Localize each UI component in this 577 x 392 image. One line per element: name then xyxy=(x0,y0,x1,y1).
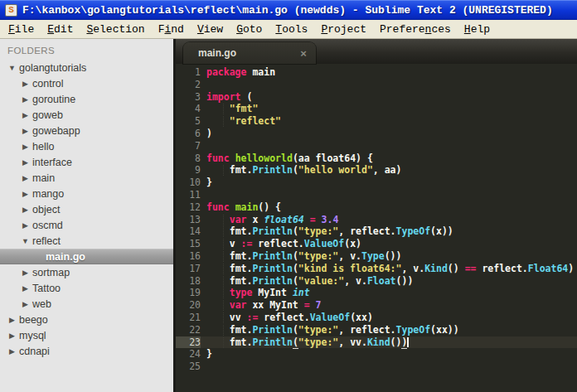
line-number: 18 xyxy=(176,275,201,288)
code-line[interactable]: 9 fmt.Println("hello world", aa) xyxy=(176,164,577,177)
code-line[interactable]: 1package main xyxy=(176,66,577,79)
line-number: 5 xyxy=(176,115,201,128)
code-line[interactable]: 13 var x float64 = 3.4 xyxy=(176,214,577,226)
menu-project[interactable]: Project xyxy=(314,22,373,37)
expanded-arrow-icon[interactable]: ▼ xyxy=(18,237,32,245)
code-line[interactable]: 16 fmt.Println("type:", v.Type()) xyxy=(176,250,577,263)
sidebar-item-golangtutorials[interactable]: ▼golangtutorials xyxy=(0,60,173,75)
code-token: MyInt xyxy=(252,287,292,298)
code-line[interactable]: 21 vv := reflect.ValueOf(xx) xyxy=(176,312,577,324)
collapsed-arrow-icon[interactable]: ▶ xyxy=(18,80,32,88)
code-token: vv xyxy=(230,312,247,323)
menu-tools[interactable]: Tools xyxy=(269,22,314,37)
sidebar-item-object[interactable]: ▶object xyxy=(0,201,173,217)
sidebar-item-web[interactable]: ▶web xyxy=(0,296,173,312)
sidebar-item-mysql[interactable]: ▶mysql xyxy=(0,327,173,343)
menu-find[interactable]: Find xyxy=(152,22,191,37)
sidebar-item-goweb[interactable]: ▶goweb xyxy=(0,107,173,123)
code-line[interactable]: 11 xyxy=(176,189,577,201)
collapsed-arrow-icon[interactable]: ▶ xyxy=(18,300,32,308)
code-line[interactable]: 24} xyxy=(176,348,577,361)
expanded-arrow-icon[interactable]: ▼ xyxy=(5,64,19,72)
sidebar-item-goroutine[interactable]: ▶goroutine xyxy=(0,91,173,107)
collapsed-arrow-icon[interactable]: ▶ xyxy=(18,190,32,198)
code-line[interactable]: 15 v := reflect.ValueOf(x) xyxy=(176,238,577,250)
code-area[interactable]: 1package main23import (4 "fmt"5 "reflect… xyxy=(176,64,577,392)
tab-close-icon[interactable]: × xyxy=(298,48,309,59)
collapsed-arrow-icon[interactable]: ▶ xyxy=(18,143,32,151)
sidebar-item-oscmd[interactable]: ▶oscmd xyxy=(0,217,173,233)
code-token: reflect. xyxy=(476,263,527,274)
code-line[interactable]: 3import ( xyxy=(176,91,577,104)
code-token xyxy=(304,214,310,225)
sublime-text-window: S F:\kanbox\golangtutorials\reflect\main… xyxy=(0,0,577,392)
sidebar-item-tattoo[interactable]: ▶Tattoo xyxy=(0,280,173,296)
tab-main-go[interactable]: main.go × xyxy=(183,42,316,64)
collapsed-arrow-icon[interactable]: ▶ xyxy=(18,127,32,135)
code-line[interactable]: 7 xyxy=(176,140,577,152)
sidebar-item-cdnapi[interactable]: ▶cdnapi xyxy=(0,343,173,359)
code-token: (xx) xyxy=(350,312,373,323)
code-line[interactable]: 5 "reflect" xyxy=(176,115,577,128)
sidebar-item-sortmap[interactable]: ▶sortmap xyxy=(0,264,173,280)
sidebar-item-gowebapp[interactable]: ▶gowebapp xyxy=(0,123,173,138)
sidebar-item-control[interactable]: ▶control xyxy=(0,75,173,91)
code-token: 3.4 xyxy=(322,214,339,225)
collapsed-arrow-icon[interactable]: ▶ xyxy=(18,95,32,104)
code-token: , reflect. xyxy=(338,225,395,237)
sidebar-item-main-go[interactable]: main.go xyxy=(0,249,173,264)
sidebar-item-main[interactable]: ▶main xyxy=(0,170,173,186)
code-token: Println xyxy=(252,250,292,262)
code-line[interactable]: 19 type MyInt int xyxy=(176,287,577,299)
code-line[interactable]: 12func main() { xyxy=(176,201,577,214)
code-line[interactable]: 14 fmt.Println("type:", reflect.TypeOf(x… xyxy=(176,225,577,238)
code-line[interactable]: 17 fmt.Println("kind is float64:", v.Kin… xyxy=(176,263,577,275)
code-token xyxy=(230,201,235,213)
collapsed-arrow-icon[interactable]: ▶ xyxy=(18,158,32,167)
menu-view[interactable]: View xyxy=(191,22,230,37)
collapsed-arrow-icon[interactable]: ▶ xyxy=(18,206,32,214)
code-line[interactable]: 10} xyxy=(176,177,577,189)
code-line[interactable]: 8func helloworld(aa float64) { xyxy=(176,152,577,165)
window-title: F:\kanbox\golangtutorials\reflect\main.g… xyxy=(22,4,553,17)
menu-bar: FileEditSelectionFindViewGotoToolsProjec… xyxy=(0,20,577,39)
code-token xyxy=(206,312,230,324)
code-token: "type:" xyxy=(298,250,338,262)
collapsed-arrow-icon[interactable]: ▶ xyxy=(18,174,32,182)
code-line[interactable]: 4 "fmt" xyxy=(176,103,577,115)
sidebar-item-interface[interactable]: ▶interface xyxy=(0,154,173,170)
collapsed-arrow-icon[interactable]: ▶ xyxy=(18,221,32,230)
collapsed-arrow-icon[interactable]: ▶ xyxy=(5,316,19,324)
code-line[interactable]: 2 xyxy=(176,79,577,91)
code-line[interactable]: 22 fmt.Println("type:", reflect.TypeOf(x… xyxy=(176,324,577,336)
code-token: ( xyxy=(293,225,298,237)
menu-file[interactable]: File xyxy=(2,22,41,37)
menu-edit[interactable]: Edit xyxy=(41,22,80,37)
code-line[interactable]: 25 xyxy=(176,361,577,373)
code-line[interactable]: 18 fmt.Println("value:", v.Float()) xyxy=(176,275,577,288)
code-token: () xyxy=(448,263,465,274)
collapsed-arrow-icon[interactable]: ▶ xyxy=(5,332,19,340)
menu-help[interactable]: Help xyxy=(458,22,497,37)
collapsed-arrow-icon[interactable]: ▶ xyxy=(5,347,19,356)
collapsed-arrow-icon[interactable]: ▶ xyxy=(18,269,32,277)
code-token: fmt. xyxy=(230,324,253,336)
code-token: Float64 xyxy=(528,263,568,274)
menu-goto[interactable]: Goto xyxy=(230,22,269,37)
code-token: Println xyxy=(252,263,292,274)
sidebar-item-beego[interactable]: ▶beego xyxy=(0,312,173,327)
code-line[interactable]: 6) xyxy=(176,128,577,140)
collapsed-arrow-icon[interactable]: ▶ xyxy=(18,111,32,119)
sidebar-item-reflect[interactable]: ▼reflect xyxy=(0,233,173,249)
line-number: 9 xyxy=(176,164,201,177)
collapsed-arrow-icon[interactable]: ▶ xyxy=(18,284,32,293)
menu-selection[interactable]: Selection xyxy=(80,22,151,37)
code-line[interactable]: 20 var xx MyInt = 7 xyxy=(176,299,577,312)
sidebar-item-mango[interactable]: ▶mango xyxy=(0,186,173,201)
code-token: reflect. xyxy=(252,238,303,249)
code-line[interactable]: 23 fmt.Println("type:", vv.Kind()) xyxy=(176,336,577,349)
sidebar-item-hello[interactable]: ▶hello xyxy=(0,138,173,154)
line-number: 7 xyxy=(176,140,201,152)
menu-preferences[interactable]: Preferences xyxy=(373,22,458,37)
line-number: 13 xyxy=(176,214,201,226)
